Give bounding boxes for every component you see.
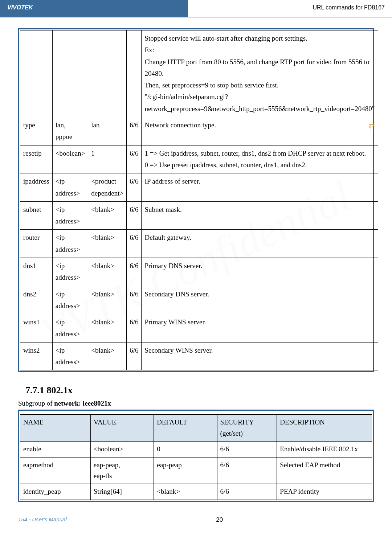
table-cell: 6/6 [127,258,142,286]
table-cell [52,30,88,117]
brand-label: VIVOTEK [0,0,188,17]
table-cell: <blank> [88,342,127,370]
table-cell: lan [88,117,127,145]
subgroup-name: network: ieee8021x [54,399,111,407]
table-row: router<ip address><blank>6/6Default gate… [20,230,378,258]
table-row: wins1<ip address><blank>6/6Primary WINS … [20,314,378,342]
table-cell [88,30,127,117]
page-header: VIVOTEK URL commands for FD8167 [0,0,392,17]
content-area: VVTK Confidential Stopped service will a… [0,17,392,513]
column-header: SECURITY (get/set) [217,415,277,442]
table-cell: <blank> [88,230,127,258]
table-cell: <ip address> [52,230,88,258]
table-cell: Subnet mask. [142,201,378,230]
table-row: typelan, pppoelan6/6Network connection t… [20,117,378,145]
table-cell: 6/6 [217,442,277,457]
column-header: DEFAULT [154,415,217,442]
table-cell: type [20,117,53,145]
table-cell: Stopped service will auto-start after ch… [142,30,378,117]
table-cell: enable [20,442,91,457]
table-cell: identity_peap [20,484,91,500]
table-cell: 6/6 [127,117,142,145]
network-params-table: Stopped service will auto-start after ch… [20,30,378,370]
column-header: NAME [20,415,91,442]
table-cell: dns2 [20,286,53,314]
table-cell: <ip address> [52,314,88,342]
table-cell: <blank> [88,201,127,230]
table-cell: 1 [88,145,127,173]
ieee8021x-table: NAMEVALUEDEFAULTSECURITY (get/set)DESCRI… [20,414,372,500]
table-cell: Network connection type.⇄ [142,117,378,145]
table-cell: eap-peap [154,457,217,484]
table-row: Stopped service will auto-start after ch… [20,30,378,117]
table-cell: 6/6 [127,230,142,258]
table-cell: PEAP identity [277,484,372,500]
table-cell: Primary WINS server. [142,314,378,342]
table-cell: <product dependent> [88,173,127,202]
table-row: ipaddress<ip address><product dependent>… [20,173,378,202]
table-cell: IP address of server. [142,173,378,202]
section-number: 7.7.1 [25,385,44,395]
table-cell: eap-peap, eap-tls [90,457,154,484]
table-cell: dns1 [20,258,53,286]
table-cell [127,30,142,117]
table-row: enable<boolean>06/6Enable/disable IEEE 8… [20,442,372,457]
table-cell: <ip address> [52,173,88,202]
table-row: wins2<ip address><blank>6/6Secondary WIN… [20,342,378,370]
table-row: subnet<ip address><blank>6/6Subnet mask. [20,201,378,230]
table-cell: Enable/disable IEEE 802.1x [277,442,372,457]
table-cell: 6/6 [127,342,142,370]
table-cell: <ip address> [52,258,88,286]
footer-page-number: 20 [216,516,223,524]
table-cell: Secondary WINS server. [142,342,378,370]
table-cell: <ip address> [52,286,88,314]
table-frame-1: Stopped service will auto-start after ch… [18,28,374,372]
table-row: resetip<boolean>16/61 => Get ipaddress, … [20,145,378,173]
table-cell: 6/6 [127,173,142,202]
network-icon: ⇄ [369,119,375,132]
table-cell: <ip address> [52,342,88,370]
table-cell: Selected EAP method [277,457,372,484]
table-row: dns1<ip address><blank>6/6Primary DNS se… [20,258,378,286]
table-cell: lan, pppoe [52,117,88,145]
footer-left: 154 - User's Manual [18,516,67,524]
table-cell: resetip [20,145,53,173]
table-row: eapmethodeap-peap, eap-tlseap-peap6/6Sel… [20,457,372,484]
table-cell: Default gateway. [142,230,378,258]
table-cell: wins2 [20,342,53,370]
table-cell: 6/6 [127,314,142,342]
table-cell: String[64] [90,484,154,500]
table-cell: 6/6 [217,457,277,484]
table-cell: wins1 [20,314,53,342]
table-cell: <boolean> [90,442,154,457]
section-title: 802.1x [47,385,73,395]
table-cell: <blank> [88,314,127,342]
page-title: URL commands for FD8167 [188,0,392,17]
table-cell: 6/6 [217,484,277,500]
table-cell: <boolean> [52,145,88,173]
table-cell: Primary DNS server. [142,258,378,286]
table-cell: 6/6 [127,145,142,173]
table-cell: <blank> [154,484,217,500]
table-cell: eapmethod [20,457,91,484]
subgroup-line: Subgroup of network: ieee8021x [18,399,374,407]
table-cell: 1 => Get ipaddress, subnet, router, dns1… [142,145,378,173]
table-cell: <ip address> [52,201,88,230]
table-cell: <blank> [88,258,127,286]
table-frame-2: NAMEVALUEDEFAULTSECURITY (get/set)DESCRI… [18,410,374,501]
table-cell: 0 [154,442,217,457]
section-heading: 7.7.1 802.1x [25,385,374,396]
table-cell: 6/6 [127,201,142,230]
table-row: identity_peapString[64]<blank>6/6PEAP id… [20,484,372,500]
footer-spacer [372,516,374,524]
table-cell: Secondary DNS server. [142,286,378,314]
column-header: DESCRIPTION [277,415,372,442]
page-footer: 154 - User's Manual 20 [0,513,392,531]
table-row: dns2<ip address><blank>6/6Secondary DNS … [20,286,378,314]
table-cell: 6/6 [127,286,142,314]
table-cell [20,30,53,117]
column-header: VALUE [90,415,154,442]
subgroup-prefix: Subgroup of [18,399,54,407]
table-cell: <blank> [88,286,127,314]
table-cell: subnet [20,201,53,230]
